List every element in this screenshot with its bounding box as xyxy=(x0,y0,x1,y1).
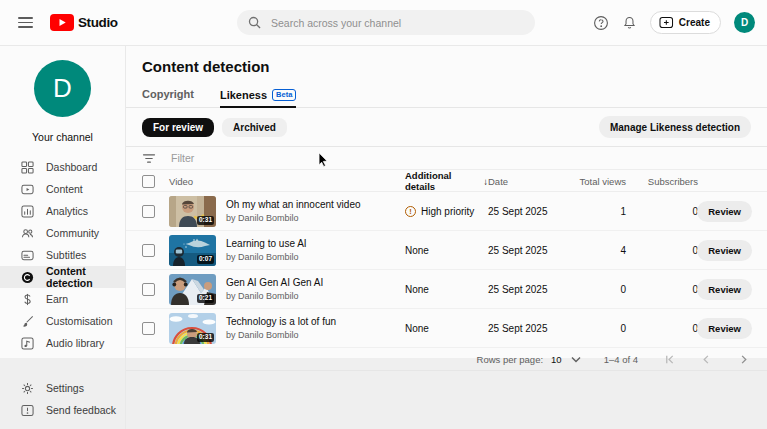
sidebar-item-content-detection[interactable]: Content detection xyxy=(0,266,125,288)
review-button[interactable]: Review xyxy=(697,279,752,300)
review-button[interactable]: Review xyxy=(697,201,752,222)
sidebar-item-customisation[interactable]: Customisation xyxy=(0,310,125,332)
video-thumbnail[interactable]: 0:31 xyxy=(169,196,216,227)
manage-likeness-detection-button[interactable]: Manage Likeness detection xyxy=(599,116,751,138)
video-title[interactable]: Technology is a lot of fun xyxy=(226,316,336,327)
date-cell: 25 Sept 2025 xyxy=(488,284,566,295)
subscribers-cell: 0 xyxy=(626,323,698,334)
additional-details-cell: None xyxy=(405,284,488,295)
filter-chips-row: For review Archived Manage Likeness dete… xyxy=(142,116,751,138)
sidebar-item-label: Content detection xyxy=(46,265,125,289)
subscribers-cell: 0 xyxy=(626,206,698,217)
views-cell: 4 xyxy=(566,245,626,256)
video-thumbnail[interactable]: 0:07 xyxy=(169,235,216,266)
row-checkbox[interactable] xyxy=(142,322,155,335)
sidebar-item-label: Settings xyxy=(46,382,84,394)
tab-copyright[interactable]: Copyright xyxy=(142,81,194,107)
video-title[interactable]: Oh my what an innocent video xyxy=(226,199,361,210)
column-header-subscribers[interactable]: Subscribers xyxy=(626,176,698,187)
date-cell: 25 Sept 2025 xyxy=(488,206,566,217)
date-cell: 25 Sept 2025 xyxy=(488,323,566,334)
video-cell[interactable]: 0:21 Gen AI Gen AI Gen AI by Danilo Bomb… xyxy=(169,274,405,305)
sidebar-item-analytics[interactable]: Analytics xyxy=(0,200,125,222)
tab-label: Likeness xyxy=(220,89,267,101)
menu-icon[interactable] xyxy=(18,17,33,28)
sidebar: D Your channel Dashboard Content Analyti… xyxy=(0,45,126,429)
first-page-icon[interactable] xyxy=(664,354,675,365)
search-input[interactable] xyxy=(269,16,524,30)
review-button[interactable]: Review xyxy=(697,240,752,261)
analytics-icon xyxy=(21,205,34,218)
sidebar-item-label: Earn xyxy=(46,293,68,305)
table-row[interactable]: 0:21 Gen AI Gen AI Gen AI by Danilo Bomb… xyxy=(126,270,767,309)
select-all-checkbox[interactable] xyxy=(142,175,155,188)
rows-per-page-chevron-down-icon[interactable] xyxy=(570,355,582,364)
topbar: Studio Create D xyxy=(0,0,767,46)
notifications-bell-icon[interactable] xyxy=(622,15,637,31)
column-header-video[interactable]: Video xyxy=(169,176,405,187)
next-page-icon[interactable] xyxy=(738,354,749,365)
row-checkbox[interactable] xyxy=(142,205,155,218)
sidebar-item-content[interactable]: Content xyxy=(0,178,125,200)
table-row[interactable]: 0:07 Learning to use AI by Danilo Bombil… xyxy=(126,231,767,270)
topbar-actions: Create D xyxy=(593,0,755,45)
search-icon xyxy=(248,16,261,29)
high-priority-icon: ! xyxy=(405,206,416,217)
chip-archived[interactable]: Archived xyxy=(222,118,287,137)
review-button[interactable]: Review xyxy=(697,318,752,339)
feedback-icon xyxy=(21,404,34,417)
video-cell[interactable]: 0:31 Oh my what an innocent video by Dan… xyxy=(169,196,405,227)
video-cell[interactable]: 0:07 Learning to use AI by Danilo Bombil… xyxy=(169,235,405,266)
sidebar-item-audio-library[interactable]: Audio library xyxy=(0,332,125,354)
create-button[interactable]: Create xyxy=(650,11,721,34)
table-filter-bar[interactable] xyxy=(126,147,767,170)
previous-page-icon[interactable] xyxy=(701,354,712,365)
views-cell: 0 xyxy=(566,284,626,295)
search-bar[interactable] xyxy=(237,10,535,35)
video-text: Learning to use AI by Danilo Bombilo xyxy=(226,238,307,262)
column-header-additional-details[interactable]: Additional details ↓ xyxy=(405,170,488,192)
table-row[interactable]: 0:31 Technology is a lot of fun by Danil… xyxy=(126,309,767,348)
video-title[interactable]: Learning to use AI xyxy=(226,238,307,249)
sidebar-item-earn[interactable]: Earn xyxy=(0,288,125,310)
account-avatar[interactable]: D xyxy=(734,12,755,33)
column-header-date[interactable]: Date xyxy=(488,176,566,187)
page-title: Content detection xyxy=(142,58,751,75)
video-cell[interactable]: 0:31 Technology is a lot of fun by Danil… xyxy=(169,313,405,344)
video-text: Technology is a lot of fun by Danilo Bom… xyxy=(226,316,336,340)
duration-badge: 0:31 xyxy=(197,216,214,225)
sidebar-item-dashboard[interactable]: Dashboard xyxy=(0,156,125,178)
tab-bar: Copyright Likeness Beta xyxy=(126,81,767,108)
tab-likeness[interactable]: Likeness Beta xyxy=(220,81,296,108)
youtube-studio-app: Studio Create D D xyxy=(0,0,767,429)
video-thumbnail[interactable]: 0:21 xyxy=(169,274,216,305)
video-thumbnail[interactable]: 0:31 xyxy=(169,313,216,344)
video-text: Oh my what an innocent video by Danilo B… xyxy=(226,199,361,223)
help-icon[interactable] xyxy=(593,15,609,31)
row-checkbox[interactable] xyxy=(142,244,155,257)
video-author: by Danilo Bombilo xyxy=(226,213,361,223)
video-text: Gen AI Gen AI Gen AI by Danilo Bombilo xyxy=(226,277,323,301)
table-row[interactable]: 0:31 Oh my what an innocent video by Dan… xyxy=(126,192,767,231)
youtube-studio-logo[interactable]: Studio xyxy=(50,14,118,31)
duration-badge: 0:21 xyxy=(197,294,214,303)
sidebar-item-settings[interactable]: Settings xyxy=(0,377,124,399)
filter-icon xyxy=(142,153,156,164)
sidebar-item-community[interactable]: Community xyxy=(0,222,125,244)
customisation-icon xyxy=(21,315,34,328)
sidebar-item-subtitles[interactable]: Subtitles xyxy=(0,244,125,266)
row-checkbox[interactable] xyxy=(142,283,155,296)
subscribers-cell: 0 xyxy=(626,284,698,295)
sidebar-item-label: Community xyxy=(46,227,99,239)
sidebar-item-label: Send feedback xyxy=(46,404,116,416)
sidebar-item-send-feedback[interactable]: Send feedback xyxy=(0,399,124,421)
chip-for-review[interactable]: For review xyxy=(142,118,214,137)
column-header-total-views[interactable]: Total views xyxy=(566,176,626,187)
column-header-label: Additional details xyxy=(405,170,480,192)
filter-input[interactable] xyxy=(169,151,751,165)
rows-per-page-value[interactable]: 10 xyxy=(551,354,562,365)
channel-avatar[interactable]: D xyxy=(34,60,91,117)
views-cell: 1 xyxy=(566,206,626,217)
video-title[interactable]: Gen AI Gen AI Gen AI xyxy=(226,277,323,288)
beta-badge: Beta xyxy=(272,89,296,101)
